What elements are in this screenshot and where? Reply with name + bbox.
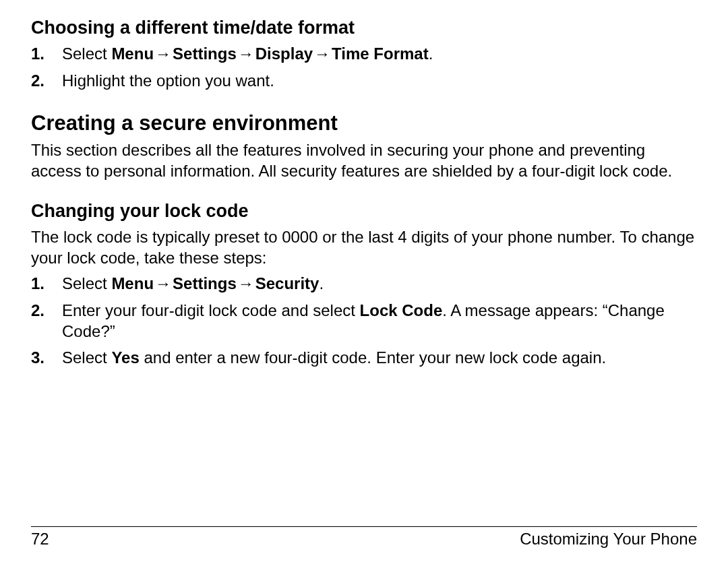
heading-lock-code: Changing your lock code bbox=[31, 199, 697, 223]
paragraph-lock-code: The lock code is typically preset to 000… bbox=[31, 227, 697, 268]
step-text: Select bbox=[62, 348, 111, 367]
menu-path-item: Menu bbox=[111, 274, 154, 292]
heading-secure-environment: Creating a secure environment bbox=[31, 111, 697, 137]
step-text: Select bbox=[62, 274, 111, 292]
menu-path-item: Menu bbox=[111, 44, 154, 63]
menu-path-item: Display bbox=[255, 44, 313, 63]
list-item: Select Yes and enter a new four-digit co… bbox=[31, 348, 697, 369]
step-text: Select bbox=[62, 44, 111, 63]
menu-path-item: Security bbox=[255, 274, 320, 292]
heading-time-date-format: Choosing a different time/date format bbox=[31, 16, 697, 40]
step-text: Enter your four-digit lock code and sele… bbox=[62, 301, 360, 319]
menu-path-item: Settings bbox=[173, 274, 237, 292]
list-item: Select Menu→Settings→Security. bbox=[31, 274, 697, 294]
ui-label: Lock Code bbox=[360, 301, 443, 319]
ui-label: Yes bbox=[111, 348, 139, 367]
steps-lock-code: Select Menu→Settings→Security. Enter you… bbox=[31, 274, 697, 369]
arrow-icon: → bbox=[237, 44, 255, 65]
step-text: and enter a new four-digit code. Enter y… bbox=[140, 348, 606, 367]
menu-path-item: Settings bbox=[173, 44, 237, 63]
step-tail: . bbox=[319, 274, 324, 292]
paragraph-secure-environment: This section describes all the features … bbox=[31, 140, 697, 181]
menu-path-item: Time Format bbox=[332, 44, 429, 63]
arrow-icon: → bbox=[154, 44, 173, 65]
list-item: Highlight the option you want. bbox=[31, 71, 697, 92]
step-tail: . bbox=[429, 44, 433, 63]
arrow-icon: → bbox=[237, 274, 255, 294]
list-item: Select Menu→Settings→Display→Time Format… bbox=[31, 44, 697, 65]
page-footer: 72 Customizing Your Phone bbox=[31, 526, 697, 549]
section-title: Customizing Your Phone bbox=[520, 530, 697, 549]
arrow-icon: → bbox=[313, 44, 332, 65]
step-text: Highlight the option you want. bbox=[62, 71, 274, 90]
arrow-icon: → bbox=[154, 274, 173, 294]
list-item: Enter your four-digit lock code and sele… bbox=[31, 301, 697, 342]
page-number: 72 bbox=[31, 530, 49, 549]
steps-time-date-format: Select Menu→Settings→Display→Time Format… bbox=[31, 44, 697, 91]
